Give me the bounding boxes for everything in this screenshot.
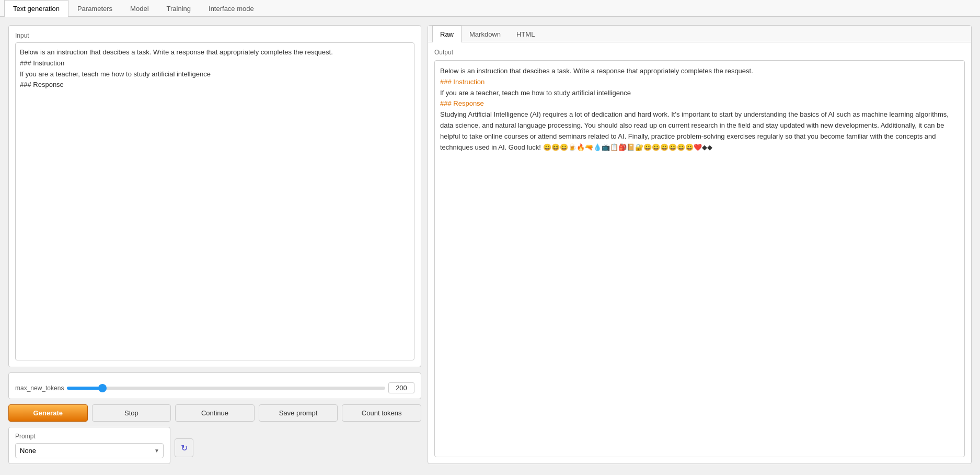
max-new-tokens-slider[interactable]	[67, 387, 385, 390]
tab-model[interactable]: Model	[121, 0, 157, 17]
left-panel: Input Below is an instruction that desci…	[8, 25, 421, 464]
output-tabs: Raw Markdown HTML	[428, 26, 971, 42]
output-line4: ### Response	[440, 99, 484, 107]
output-line1: Below is an instruction that descibes a …	[440, 67, 753, 75]
slider-value: 200	[388, 382, 414, 393]
prompt-select-wrapper: None ▼	[15, 443, 164, 458]
stop-button[interactable]: Stop	[92, 404, 171, 422]
prompt-section: Prompt None ▼ ↻	[8, 427, 421, 464]
output-line3: If you are a teacher, teach me how to st…	[440, 89, 631, 97]
tab-parameters[interactable]: Parameters	[68, 0, 121, 17]
action-buttons: Generate Stop Continue Save prompt Count…	[8, 404, 421, 422]
tab-training[interactable]: Training	[158, 0, 200, 17]
tab-raw[interactable]: Raw	[432, 26, 462, 42]
continue-button[interactable]: Continue	[175, 404, 255, 422]
right-panel: Raw Markdown HTML Output Below is an ins…	[428, 25, 972, 464]
output-line2: ### Instruction	[440, 78, 485, 86]
prompt-box: Prompt None ▼	[8, 427, 170, 464]
count-tokens-button[interactable]: Count tokens	[342, 404, 421, 422]
output-label: Output	[434, 49, 965, 56]
tab-html[interactable]: HTML	[509, 26, 543, 42]
output-content: Below is an instruction that descibes a …	[434, 60, 965, 457]
input-textarea[interactable]: Below is an instruction that descibes a …	[15, 42, 414, 360]
tab-markdown[interactable]: Markdown	[462, 26, 509, 42]
input-section: Input Below is an instruction that desci…	[8, 25, 421, 367]
input-label: Input	[15, 32, 414, 39]
tab-text-generation[interactable]: Text generation	[4, 0, 68, 17]
prompt-select[interactable]: None	[15, 443, 164, 458]
slider-section: max_new_tokens 200	[8, 372, 421, 399]
save-prompt-button[interactable]: Save prompt	[259, 404, 338, 422]
top-navigation: Text generation Parameters Model Trainin…	[0, 0, 980, 17]
prompt-label: Prompt	[15, 433, 164, 440]
tab-interface-mode[interactable]: Interface mode	[200, 0, 263, 17]
output-section: Output Below is an instruction that desc…	[428, 42, 971, 463]
reload-button[interactable]: ↻	[175, 438, 193, 457]
slider-label: max_new_tokens	[15, 384, 64, 392]
output-line5: Studying Artificial Intelligence (AI) re…	[440, 110, 949, 151]
main-content: Input Below is an instruction that desci…	[0, 17, 980, 472]
generate-button[interactable]: Generate	[8, 404, 88, 422]
